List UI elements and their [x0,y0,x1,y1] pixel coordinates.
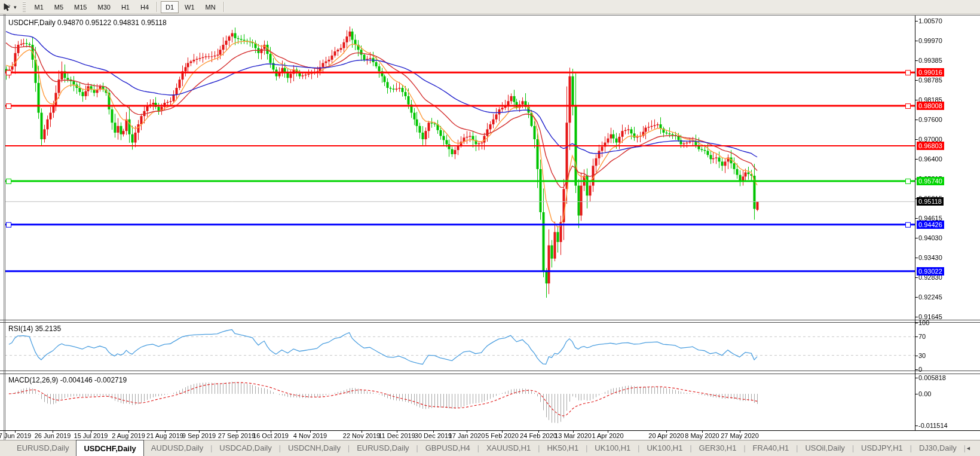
tab-gbpusd-h4[interactable]: GBPUSD,H4 [418,440,477,456]
symbol-tab-bar: EURUSD,DailyUSDCHF,DailyAUDUSD,Daily|USD… [0,440,980,456]
tab-eurusd-daily[interactable]: EURUSD,Daily [10,440,76,456]
tab-ger30-h1[interactable]: GER30,H1 [692,440,744,456]
timeframe-button-m5[interactable]: M5 [50,1,68,13]
tab-usdcnh-daily[interactable]: USDCNH,Daily [281,440,348,456]
chart-canvas[interactable] [0,0,980,456]
timeframe-button-w1[interactable]: W1 [180,1,200,13]
timeframe-button-m15[interactable]: M15 [69,1,91,13]
timeframe-button-m30[interactable]: M30 [93,1,115,13]
toolbar-separator [223,2,225,12]
timeframe-button-d1[interactable]: D1 [161,1,179,13]
timeframe-button-mn[interactable]: MN [201,1,220,13]
tab-usdcad-daily[interactable]: USDCAD,Daily [212,440,278,456]
toolbar-separator [157,2,158,12]
toolbar-grip[interactable] [23,2,26,13]
tab-audusd-daily[interactable]: AUDUSD,Daily [144,440,210,456]
dropdown-arrow-icon[interactable]: ▾ [14,4,17,10]
tabs-scroll-left-icon[interactable]: ◄ [966,445,979,451]
timeframe-button-h1[interactable]: H1 [117,1,134,13]
tab-uk100-h1[interactable]: UK100,H1 [639,440,690,456]
tab-hk50-h1[interactable]: HK50,H1 [540,440,586,456]
tab-fra40-h1[interactable]: FRA40,H1 [746,440,797,456]
timeframe-button-m1[interactable]: M1 [30,1,48,13]
tab-eurusd-daily[interactable]: EURUSD,Daily [350,440,416,456]
toolbar: ▾ M1M5M15M30H1H4D1W1MN [0,0,980,14]
tab-xauusd-h1[interactable]: XAUUSD,H1 [479,440,538,456]
tab-usdjpy-h1[interactable]: USDJPY,H1 [854,440,910,456]
tab-usdchf-daily[interactable]: USDCHF,Daily [76,440,143,456]
tab-usoil-daily[interactable]: USOil,Daily [798,440,852,456]
tab-uk100-h1[interactable]: UK100,H1 [587,440,638,456]
tab-dj30-daily[interactable]: DJ30,Daily [912,440,964,456]
cursor-tool-icon[interactable] [1,2,13,13]
timeframe-button-h4[interactable]: H4 [136,1,154,13]
